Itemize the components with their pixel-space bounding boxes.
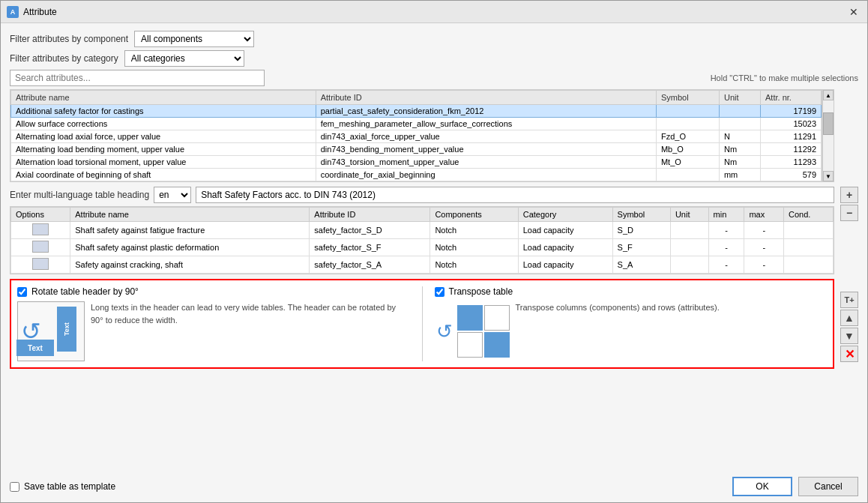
- list-item[interactable]: Shaft safety against fatigue fracture sa…: [11, 222, 834, 239]
- attr-symbol-cell: Fzd_O: [656, 130, 719, 143]
- opt-min-cell: -: [708, 239, 744, 256]
- scroll-up-arrow[interactable]: ▲: [823, 90, 834, 100]
- opt-category-cell: Load capacity: [518, 239, 612, 256]
- text-vertical-block: Text: [57, 307, 76, 352]
- options-box: Rotate table header by 90° ↺ Text Text: [10, 279, 834, 369]
- opt-components-cell: Notch: [430, 256, 518, 274]
- scroll-thumb[interactable]: [823, 112, 834, 135]
- transpose-checkbox[interactable]: [435, 287, 444, 297]
- remove-attr-button[interactable]: −: [840, 205, 858, 221]
- table-row[interactable]: Axial coordinate of beginning of shaft c…: [11, 169, 822, 181]
- opt-col-symbol: Symbol: [612, 208, 670, 222]
- cancel-button[interactable]: Cancel: [798, 477, 858, 496]
- attr-symbol-cell: [656, 118, 719, 130]
- opt-symbol-cell: S_F: [612, 239, 670, 256]
- tg-cell-2: [484, 305, 510, 331]
- col-unit: Unit: [719, 91, 760, 105]
- add-attr-button[interactable]: +: [840, 187, 858, 203]
- col-attr-id: Attribute ID: [316, 91, 656, 105]
- transpose-grid: [457, 305, 510, 358]
- options-table: Options Attribute name Attribute ID Comp…: [10, 206, 834, 274]
- attr-id-cell: fem_meshing_parameter_allow_surface_corr…: [316, 118, 656, 130]
- attr-name-cell: Additional safety factor for castings: [11, 105, 316, 118]
- attr-nr-cell: 11291: [761, 130, 822, 143]
- opt-category-cell: Load capacity: [518, 256, 612, 274]
- transpose-label: Transpose table: [449, 286, 513, 297]
- opt-symbol-cell: S_A: [612, 256, 670, 274]
- transpose-arrow-icon: ↺: [436, 320, 453, 343]
- attr-unit-cell: Nm: [719, 143, 760, 156]
- opt-min-cell: -: [708, 222, 744, 239]
- search-input[interactable]: [10, 70, 265, 86]
- filter-component-row: Filter attributes by component All compo…: [10, 31, 858, 47]
- text-plus-button[interactable]: T+: [840, 292, 858, 308]
- delete-button[interactable]: ✕: [840, 346, 858, 362]
- list-item[interactable]: Safety against cracking, shaft safety_fa…: [11, 256, 834, 274]
- footer: Save table as template OK Cancel: [1, 472, 867, 502]
- opt-components-cell: Notch: [430, 239, 518, 256]
- attr-name-cell: Allow surface corrections: [11, 118, 316, 130]
- table-row[interactable]: Alternating load bending moment, upper v…: [11, 143, 822, 156]
- attr-nr-cell: 11292: [761, 143, 822, 156]
- tg-cell-4: [484, 332, 510, 358]
- red-box-inner: Rotate table header by 90° ↺ Text Text: [17, 286, 827, 361]
- attr-unit-cell: N: [719, 130, 760, 143]
- window-title: Attribute: [23, 7, 57, 17]
- filter-component-select[interactable]: All components: [134, 31, 254, 47]
- filter-category-label: Filter attributes by category: [10, 53, 118, 64]
- move-up-button[interactable]: ▲: [840, 310, 858, 326]
- transpose-header: Transpose table: [435, 286, 828, 297]
- attr-name-cell: Axial coordinate of beginning of shaft: [11, 169, 316, 181]
- list-item[interactable]: Shaft safety against plastic deformation…: [11, 239, 834, 256]
- opt-options-cell: [11, 239, 70, 256]
- attr-symbol-cell: [656, 169, 719, 181]
- heading-input[interactable]: [196, 187, 834, 203]
- opt-col-max: max: [744, 208, 784, 222]
- options-area: Options Attribute name Attribute ID Comp…: [10, 206, 834, 274]
- attr-id-cell: din743_bending_moment_upper_value: [316, 143, 656, 156]
- table-row[interactable]: Additional safety factor for castings pa…: [11, 105, 822, 118]
- attr-id-cell: din743_axial_force_upper_value: [316, 130, 656, 143]
- opt-cond-cell: [784, 222, 834, 239]
- attr-nr-cell: 17199: [761, 105, 822, 118]
- app-icon: A: [7, 6, 19, 18]
- opt-col-id: Attribute ID: [310, 208, 430, 222]
- table-row[interactable]: Alternating load axial force, upper valu…: [11, 130, 822, 143]
- transpose-diagram: ↺: [435, 301, 510, 361]
- opt-unit-cell: [670, 256, 708, 274]
- attr-id-cell: coordinate_for_axial_beginning: [316, 169, 656, 181]
- text-horizontal-block: Text: [16, 340, 54, 356]
- ok-button[interactable]: OK: [732, 477, 792, 496]
- rotate-checkbox[interactable]: [17, 287, 27, 297]
- opt-max-cell: -: [744, 222, 784, 239]
- attr-table-scrollbar[interactable]: ▲ ▼: [822, 89, 834, 182]
- opt-cond-cell: [784, 256, 834, 274]
- opt-max-cell: -: [744, 239, 784, 256]
- transpose-body: ↺ Transpose columns (compo: [435, 301, 828, 361]
- rotate-label: Rotate table header by 90°: [31, 286, 139, 297]
- filter-category-row: Filter attributes by category All catego…: [10, 50, 858, 67]
- lang-select[interactable]: en: [154, 187, 191, 203]
- opt-symbol-cell: S_D: [612, 222, 670, 239]
- table-row[interactable]: Allow surface corrections fem_meshing_pa…: [11, 118, 822, 130]
- opt-category-cell: Load capacity: [518, 222, 612, 239]
- save-template-checkbox[interactable]: [10, 482, 19, 492]
- table-row[interactable]: Alternation load torsional moment, upper…: [11, 156, 822, 169]
- attr-unit-cell: [719, 105, 760, 118]
- attr-nr-cell: 579: [761, 169, 822, 181]
- transpose-description: Transpose columns (components) and rows …: [516, 301, 720, 314]
- close-button[interactable]: ✕: [846, 4, 861, 19]
- opt-col-name: Attribute name: [70, 208, 310, 222]
- section-divider: [422, 286, 423, 361]
- rotate-description: Long texts in the header can lead to ver…: [91, 301, 410, 326]
- scroll-down-arrow[interactable]: ▼: [823, 171, 834, 181]
- move-down-button[interactable]: ▼: [840, 328, 858, 344]
- main-window: A Attribute ✕ Filter attributes by compo…: [0, 0, 868, 503]
- attr-nr-cell: 11293: [761, 156, 822, 169]
- opt-max-cell: -: [744, 256, 784, 274]
- filter-category-select[interactable]: All categories: [124, 50, 244, 67]
- tables-area: Attribute name Attribute ID Symbol Unit …: [10, 89, 834, 369]
- opt-col-min: min: [708, 208, 744, 222]
- attr-unit-cell: mm: [719, 169, 760, 181]
- attr-unit-cell: [719, 118, 760, 130]
